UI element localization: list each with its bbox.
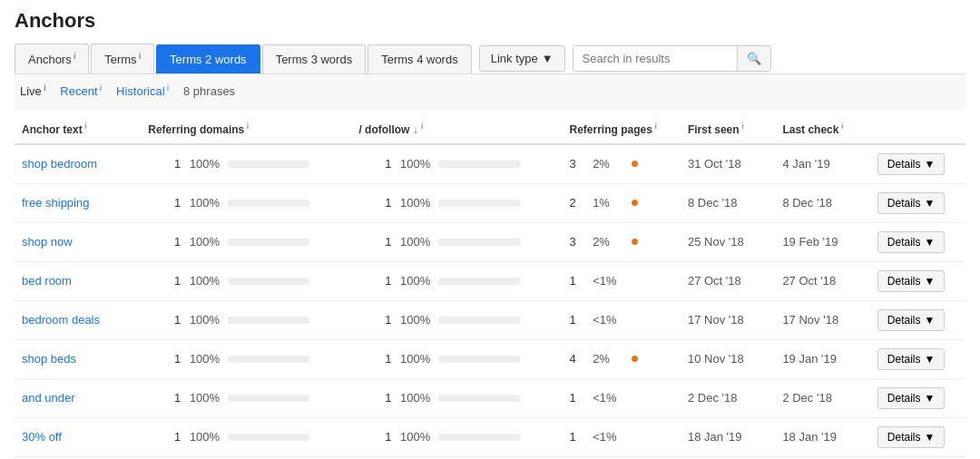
ref-domains-pct: 100% [186, 391, 222, 405]
phrase-count: 8 phrases [183, 84, 235, 98]
first-seen-cell: 25 Nov '18 [681, 222, 775, 261]
col-anchor-text[interactable]: Anchor text i [15, 112, 141, 144]
dofollow-pct: 100% [397, 313, 433, 327]
anchor-link[interactable]: bedroom deals [22, 313, 100, 327]
anchor-link[interactable]: shop now [22, 235, 73, 249]
dropdown-arrow-icon: ▼ [542, 52, 554, 65]
tab-terms[interactable]: Terms i [91, 44, 154, 73]
ref-pages-cell: 3 2% [563, 222, 681, 261]
sub-tab-historical[interactable]: Historical i [116, 83, 169, 98]
ref-pages-num: 4 [570, 352, 588, 366]
info-icon: i [72, 52, 76, 61]
details-cell: Details ▼ [870, 183, 965, 222]
ref-pages-pct: 2% [590, 157, 626, 171]
sort-arrow-icon: ↓ [413, 123, 418, 136]
ref-pages-num: 1 [570, 430, 588, 444]
details-cell: Details ▼ [870, 378, 965, 417]
tab-terms4[interactable]: Terms 4 words [368, 44, 472, 73]
ref-domains-bar [228, 278, 309, 285]
tab-terms2[interactable]: Terms 2 words [156, 44, 260, 73]
referring-domains-cell: 1 100% [141, 339, 351, 378]
dofollow-cell: 1 100% [351, 261, 562, 300]
ref-domains-num: 1 [148, 157, 184, 171]
dofollow-cell: 1 100% [351, 378, 562, 417]
col-referring-domains[interactable]: Referring domains i [141, 112, 351, 144]
ref-domains-num: 1 [148, 313, 184, 327]
tab-terms3[interactable]: Terms 3 words [262, 44, 367, 73]
dofollow-num: 1 [358, 235, 395, 249]
details-button[interactable]: Details ▼ [877, 309, 946, 331]
ref-pages-num: 1 [570, 313, 588, 327]
ref-domains-bar [228, 239, 309, 246]
dot-indicator [632, 161, 638, 167]
first-seen-cell: 18 Jan '19 [681, 417, 775, 456]
details-label: Details [887, 197, 921, 210]
first-seen-cell: 8 Dec '18 [681, 183, 775, 222]
details-dropdown-icon: ▼ [925, 236, 936, 249]
ref-domains-bar [228, 434, 309, 441]
details-dropdown-icon: ▼ [925, 158, 936, 171]
details-button[interactable]: Details ▼ [877, 231, 946, 253]
details-dropdown-icon: ▼ [925, 275, 936, 288]
search-button[interactable]: 🔍 [737, 46, 770, 71]
ref-pages-num: 1 [570, 391, 588, 405]
sub-tab-live[interactable]: Live i [20, 83, 45, 98]
details-button[interactable]: Details ▼ [877, 270, 946, 292]
dofollow-cell: 1 100% [351, 339, 562, 378]
col-dofollow[interactable]: / dofollow ↓ i [351, 112, 562, 144]
details-button[interactable]: Details ▼ [877, 426, 946, 448]
anchor-link[interactable]: free shipping [22, 196, 89, 210]
col-first-seen[interactable]: First seen i [681, 112, 775, 144]
anchor-link[interactable]: bed room [22, 274, 72, 288]
col-referring-pages[interactable]: Referring pages i [563, 112, 681, 144]
sub-tab-recent[interactable]: Recent i [60, 83, 102, 98]
anchor-link[interactable]: shop bedroom [22, 157, 97, 171]
table-row: bed room 1 100% 1 100% [15, 261, 965, 300]
referring-domains-cell: 1 100% [141, 222, 351, 261]
anchor-link[interactable]: shop beds [22, 352, 76, 366]
ref-domains-pct: 100% [186, 274, 222, 288]
dofollow-pct: 100% [397, 196, 433, 210]
ref-domains-pct: 100% [186, 313, 222, 327]
ref-domains-pct: 100% [186, 196, 222, 210]
sub-tab-bar: Live iRecent iHistorical i 8 phrases [15, 74, 965, 108]
dofollow-bar [438, 161, 520, 168]
link-type-button[interactable]: Link type ▼ [479, 45, 565, 72]
ref-pages-pct: 2% [590, 235, 626, 249]
ref-pages-num: 2 [570, 196, 588, 210]
referring-domains-cell: 1 100% [141, 378, 351, 417]
details-button[interactable]: Details ▼ [877, 387, 946, 409]
table-row: free shipping 1 100% 1 100% [15, 183, 965, 222]
search-input[interactable] [573, 46, 737, 71]
anchor-link[interactable]: and under [22, 391, 75, 405]
ref-domains-num: 1 [148, 274, 184, 288]
data-table: Anchor text i Referring domains i / dofo… [15, 112, 965, 457]
referring-domains-cell: 1 100% [141, 183, 351, 222]
tab-anchors[interactable]: Anchors i [15, 44, 89, 73]
ref-domains-bar [228, 161, 309, 168]
dot-indicator [632, 356, 638, 362]
table-row: shop bedroom 1 100% 1 100% [15, 144, 965, 184]
ref-domains-bar [228, 395, 309, 402]
ref-pages-pct: 2% [590, 352, 626, 366]
details-label: Details [887, 236, 921, 249]
dofollow-cell: 1 100% [351, 222, 562, 261]
details-button[interactable]: Details ▼ [877, 348, 946, 370]
ref-pages-cell: 1 <1% [563, 300, 681, 339]
col-last-check[interactable]: Last check i [775, 112, 869, 144]
table-row: shop beds 1 100% 1 100% [15, 339, 965, 378]
dofollow-cell: 1 100% [351, 417, 562, 456]
details-button[interactable]: Details ▼ [877, 192, 946, 214]
anchor-link[interactable]: 30% off [22, 430, 62, 444]
ref-pages-cell: 4 2% [563, 339, 681, 378]
ref-pages-cell: 2 1% [563, 183, 681, 222]
ref-pages-num: 1 [570, 274, 588, 288]
details-button[interactable]: Details ▼ [877, 153, 946, 175]
details-label: Details [887, 431, 921, 444]
last-check-cell: 8 Dec '18 [775, 183, 869, 222]
table-row: 30% off 1 100% 1 100% [15, 417, 965, 456]
anchor-text-cell: and under [15, 378, 141, 417]
ref-domains-num: 1 [148, 235, 184, 249]
details-label: Details [887, 275, 921, 288]
page-title: Anchors [15, 9, 965, 33]
